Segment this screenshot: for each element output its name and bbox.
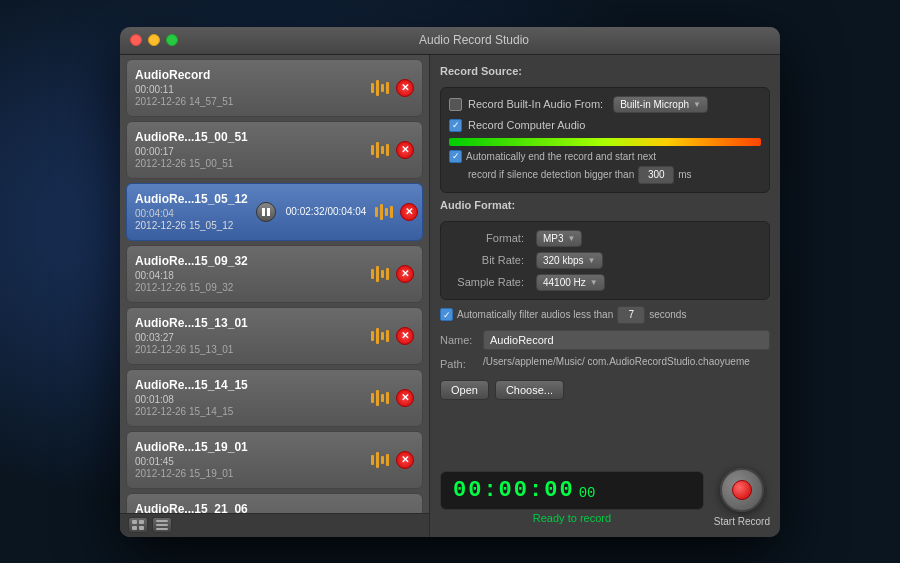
auto-end-row2: record if silence detection bigger than … [468,166,761,184]
delete-button[interactable]: ✕ [396,141,414,159]
record-date: 2012-12-26 15_14_15 [135,406,370,417]
record-item[interactable]: AudioRe...15_00_5100:00:172012-12-26 15_… [126,121,423,179]
waveform-button[interactable] [374,201,396,223]
filter-text: Automatically filter audios less than [457,309,613,320]
svg-rect-4 [371,145,374,155]
record-date: 2012-12-26 15_19_01 [135,468,370,479]
record-controls: ✕ [370,77,414,99]
filter-seconds-input[interactable] [617,306,645,324]
filter-checkbox[interactable] [440,308,453,321]
waveform-button[interactable] [370,263,392,285]
right-panel: Record Source: Record Built-In Audio Fro… [430,55,780,537]
svg-rect-36 [156,520,168,522]
open-button[interactable]: Open [440,380,489,400]
svg-rect-21 [376,390,379,406]
choose-button[interactable]: Choose... [495,380,564,400]
list-view-button[interactable] [152,517,172,533]
svg-rect-1 [376,80,379,96]
silence-threshold-input[interactable] [638,166,674,184]
record-item[interactable]: AudioRecord00:00:112012-12-26 14_57_51 ✕ [126,59,423,117]
built-in-audio-checkbox[interactable] [449,98,462,111]
delete-icon: ✕ [401,83,409,93]
pause-button[interactable] [256,202,276,222]
record-item[interactable]: AudioRe...15_13_0100:03:272012-12-26 15_… [126,307,423,365]
bitrate-dropdown[interactable]: 320 kbps ▼ [536,252,603,269]
minimize-button[interactable] [148,34,160,46]
audio-format-label: Audio Format: [440,199,770,211]
list-toolbar [120,513,429,537]
svg-rect-35 [139,526,144,530]
recording-list[interactable]: AudioRecord00:00:112012-12-26 14_57_51 ✕… [120,55,429,513]
svg-rect-18 [381,332,384,340]
record-item[interactable]: AudioRe...15_09_3200:04:182012-12-26 15_… [126,245,423,303]
record-item[interactable]: AudioRe...15_19_0100:01:452012-12-26 15_… [126,431,423,489]
record-item[interactable]: AudioRe...15_14_1500:01:082012-12-26 15_… [126,369,423,427]
content-area: AudioRecord00:00:112012-12-26 14_57_51 ✕… [120,55,780,537]
svg-rect-15 [386,268,389,280]
left-panel: AudioRecord00:00:112012-12-26 14_57_51 ✕… [120,55,430,537]
svg-rect-17 [376,328,379,344]
record-name: AudioRe...15_09_32 [135,254,370,268]
record-info: AudioRe...15_00_5100:00:172012-12-26 15_… [135,130,370,169]
svg-rect-6 [381,146,384,154]
delete-button[interactable]: ✕ [396,265,414,283]
samplerate-dropdown[interactable]: 44100 Hz ▼ [536,274,605,291]
format-value: MP3 [543,233,564,244]
svg-rect-10 [385,208,388,216]
samplerate-row: Sample Rate: 44100 Hz ▼ [449,274,761,291]
auto-end-checkbox[interactable] [449,150,462,163]
delete-button[interactable]: ✕ [396,327,414,345]
record-date: 2012-12-26 15_13_01 [135,344,370,355]
svg-rect-23 [386,392,389,404]
samplerate-label: Sample Rate: [449,276,524,288]
timer-digits: 00:00:00 [453,478,575,503]
delete-icon: ✕ [401,269,409,279]
delete-button[interactable]: ✕ [396,389,414,407]
record-controls: ✕ [370,387,414,409]
format-dropdown[interactable]: MP3 ▼ [536,230,582,247]
record-controls: ✕ [370,449,414,471]
grid-view-button[interactable] [128,517,148,533]
svg-rect-34 [132,526,137,530]
delete-icon: ✕ [401,145,409,155]
record-duration: 00:04:04 [135,208,248,219]
delete-button[interactable]: ✕ [396,451,414,469]
traffic-lights [130,34,178,46]
computer-audio-label: Record Computer Audio [468,119,585,131]
record-button[interactable] [720,468,764,512]
delete-button[interactable]: ✕ [400,203,418,221]
svg-rect-7 [386,144,389,156]
timer-display: 00:00:00 00 [440,471,704,510]
built-in-device-dropdown[interactable]: Built-in Microph ▼ [613,96,708,113]
waveform-button[interactable] [370,387,392,409]
built-in-device-value: Built-in Microph [620,99,689,110]
maximize-button[interactable] [166,34,178,46]
filter-unit: seconds [649,309,686,320]
svg-rect-27 [386,454,389,466]
delete-button[interactable]: ✕ [396,79,414,97]
record-name: AudioRecord [135,68,370,82]
waveform-button[interactable] [370,139,392,161]
record-item[interactable]: AudioRe...15_05_1200:04:042012-12-26 15_… [126,183,423,241]
name-label: Name: [440,334,475,346]
svg-rect-33 [139,520,144,524]
start-record-label: Start Record [714,516,770,527]
record-item[interactable]: AudioRe...15_21_0600:02:042012-12-26 15_… [126,493,423,513]
format-section: Format: MP3 ▼ Bit Rate: 320 kbps ▼ Sampl… [440,221,770,300]
silence-unit: ms [678,169,691,180]
record-info: AudioRe...15_21_0600:02:042012-12-26 15_… [135,502,370,513]
record-controls: ✕ [374,201,418,223]
record-controls: ✕ [370,325,414,347]
record-info: AudioRe...15_19_0100:01:452012-12-26 15_… [135,440,370,479]
name-input[interactable] [483,330,770,350]
svg-rect-0 [371,83,374,93]
record-name: AudioRe...15_21_06 [135,502,370,513]
close-button[interactable] [130,34,142,46]
svg-rect-16 [371,331,374,341]
waveform-button[interactable] [370,449,392,471]
timer-section: 00:00:00 00 Ready to record Start Record [440,468,770,527]
waveform-button[interactable] [370,77,392,99]
computer-audio-row: Record Computer Audio [449,119,761,132]
waveform-button[interactable] [370,325,392,347]
computer-audio-checkbox[interactable] [449,119,462,132]
